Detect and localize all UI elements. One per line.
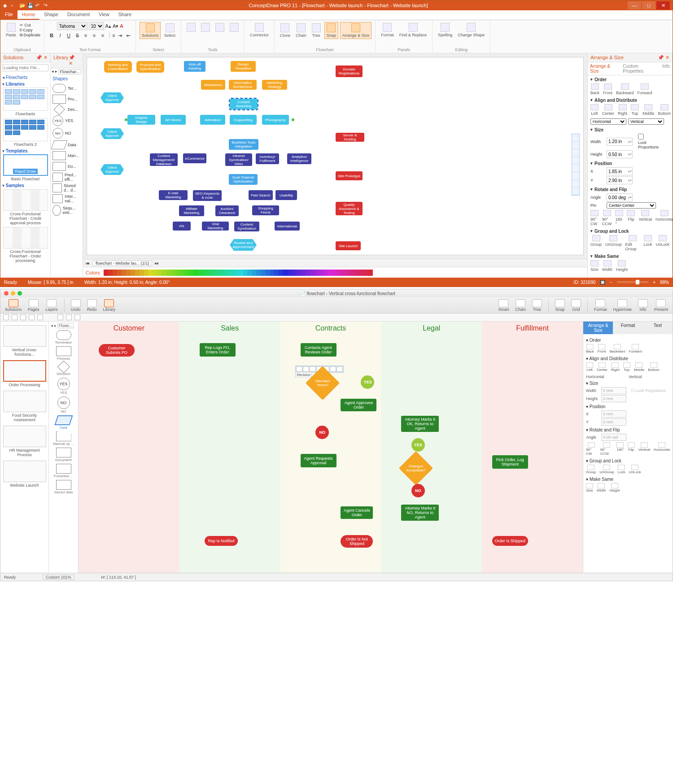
mnode-cancels[interactable]: Agent Cancels Order	[341, 506, 373, 519]
node-qa[interactable]: Quality Assurance & Testing	[336, 202, 363, 215]
node-ecommerce[interactable]: eCommerce	[183, 153, 206, 163]
cut-button[interactable]: ✂ Cut	[20, 23, 40, 27]
flip-button[interactable]: Flip	[627, 210, 635, 226]
color-swatch[interactable]	[306, 270, 310, 276]
mac-align-bottom[interactable]: Bottom	[648, 362, 659, 372]
chain-button[interactable]: Chain	[294, 22, 308, 39]
minimize-button[interactable]: —	[628, 1, 641, 9]
color-swatch[interactable]	[122, 270, 126, 276]
node-proposal[interactable]: Proposal and Specification	[136, 61, 164, 73]
align-bottom-button[interactable]: Bottom	[658, 104, 671, 116]
strike-button[interactable]: S̶	[74, 32, 81, 39]
node-approve1[interactable]: Client Approve	[101, 92, 124, 103]
canvas[interactable]: Meeting and Consultation Proposal and Sp…	[87, 57, 584, 255]
mnode-submit[interactable]: Customer Submits PO	[99, 344, 135, 357]
color-swatch[interactable]	[180, 270, 184, 276]
mac-smart-button[interactable]: Smart	[498, 299, 509, 312]
mac-lib-data[interactable]	[54, 415, 73, 425]
mac-align-top[interactable]: Top	[623, 362, 630, 372]
tab-view[interactable]: View	[94, 10, 114, 20]
mac-snap-button[interactable]: Snap	[555, 299, 565, 312]
align-center-button[interactable]: Center	[602, 104, 614, 116]
change-shape-button[interactable]: Change Shape	[456, 22, 486, 38]
angle-input[interactable]: ▴▾	[607, 193, 633, 201]
tab-document[interactable]: Document	[63, 10, 94, 20]
lib-decision[interactable]: Dec...	[52, 105, 82, 114]
mac-lib-terminator[interactable]	[56, 330, 71, 340]
solutions-thumb-flowcharts[interactable]	[3, 87, 48, 111]
node-marketing[interactable]: Marketing Strategy	[262, 80, 287, 90]
snap-button[interactable]: Snap	[324, 22, 338, 39]
color-swatch[interactable]	[166, 270, 171, 276]
color-swatch[interactable]	[202, 270, 207, 276]
node-approve3[interactable]: Client Approve	[101, 164, 124, 175]
node-graphic[interactable]: Graphic Design	[127, 115, 155, 125]
mac-angle-input[interactable]: 0.00 rad	[601, 434, 626, 441]
mac-present-button[interactable]: Present	[654, 299, 668, 312]
lib-terminator[interactable]: Ter...	[52, 83, 82, 94]
node-proto[interactable]: Site Prototype	[336, 171, 363, 180]
node-review[interactable]: Review and Approvement	[230, 239, 257, 251]
cfc-credit-thumb[interactable]	[3, 189, 48, 211]
mnode-no2[interactable]: NO	[411, 484, 425, 497]
font-family-select[interactable]: Tahoma	[57, 22, 87, 30]
node-launch[interactable]: Site Launch	[336, 241, 361, 250]
color-swatch[interactable]	[108, 270, 113, 276]
height-input[interactable]: ▴▾	[607, 150, 633, 158]
color-swatch[interactable]	[341, 270, 346, 276]
pointer-tool-icon[interactable]	[3, 314, 9, 320]
node-intranet[interactable]: Intranet Syndication/ Wikis	[225, 153, 252, 166]
new-doc-icon[interactable]: ▫	[11, 3, 17, 8]
mac-height-input[interactable]: 0 mm	[601, 395, 626, 402]
node-paid[interactable]: Paid Search	[249, 190, 273, 200]
color-swatch[interactable]	[310, 270, 315, 276]
prop-tab-arrange[interactable]: Arrange & Size	[588, 62, 621, 75]
color-swatch[interactable]	[364, 270, 368, 276]
curve-tool-icon[interactable]	[66, 314, 72, 320]
color-swatch[interactable]	[315, 270, 319, 276]
node-inventory[interactable]: Inventory/ Fulfilment	[256, 153, 279, 164]
color-swatch[interactable]	[355, 270, 359, 276]
node-usability[interactable]: Usability	[275, 190, 297, 200]
color-swatch[interactable]	[332, 270, 337, 276]
shrink-font-icon[interactable]: A▾	[113, 23, 118, 29]
mac-layers-button[interactable]: Layers	[46, 299, 58, 312]
color-swatch[interactable]	[328, 270, 332, 276]
mac-lib-stored[interactable]	[56, 480, 71, 490]
mac-unlock[interactable]: UnLock	[629, 465, 641, 474]
mac-same-height[interactable]: Height	[609, 483, 620, 492]
canvas-mini-toolbar[interactable]	[572, 134, 580, 196]
mnode-requests[interactable]: Agent Requests Approval	[301, 454, 336, 467]
mac-y-input[interactable]: 0 mm	[601, 418, 626, 426]
pin-select[interactable]: Center-Center	[607, 202, 656, 209]
color-swatch[interactable]	[171, 270, 175, 276]
mac-chain-button[interactable]: Chain	[515, 299, 526, 312]
open-icon[interactable]: 📂	[19, 3, 25, 8]
color-swatch[interactable]	[113, 270, 117, 276]
color-swatch[interactable]	[211, 270, 216, 276]
lib-manual[interactable]: Man...	[52, 150, 82, 161]
node-shopfeeds[interactable]: Shopping Feeds	[252, 205, 279, 215]
order-backward-button[interactable]: Backward	[616, 83, 634, 95]
node-server[interactable]: Server & Hosting	[336, 133, 364, 142]
paste-button[interactable]: Paste	[4, 22, 18, 38]
mac-flip[interactable]: Flip	[628, 442, 635, 456]
edit-group-button[interactable]: Edit Group	[625, 235, 640, 251]
format-panel-button[interactable]: Format	[379, 22, 396, 38]
mac-lib-breadcrumb[interactable]: ◂ ▸ Flowc...	[50, 322, 77, 329]
zoom-out-icon[interactable]: −	[610, 280, 612, 285]
same-width-button[interactable]: Width	[602, 260, 612, 272]
connection-point-icon[interactable]	[292, 118, 294, 121]
pen-tool-icon[interactable]	[57, 314, 63, 320]
node-artworks[interactable]: Art Works	[161, 115, 186, 125]
tab-file[interactable]: File	[0, 10, 17, 20]
align-middle-button[interactable]: Middle	[642, 104, 655, 116]
mac-lib-no[interactable]: NO	[57, 396, 70, 409]
copy-button[interactable]: ⎘ Copy	[20, 28, 40, 32]
select-button[interactable]: Select	[162, 22, 177, 39]
color-swatch[interactable]	[323, 270, 328, 276]
flip-horiz-button[interactable]: Horizontal	[656, 210, 673, 226]
spelling-button[interactable]: Spelling	[436, 22, 454, 38]
node-goal[interactable]: Goal Channel Optimization	[229, 174, 258, 185]
node-seo[interactable]: SEO-Keywords & code	[193, 190, 222, 201]
